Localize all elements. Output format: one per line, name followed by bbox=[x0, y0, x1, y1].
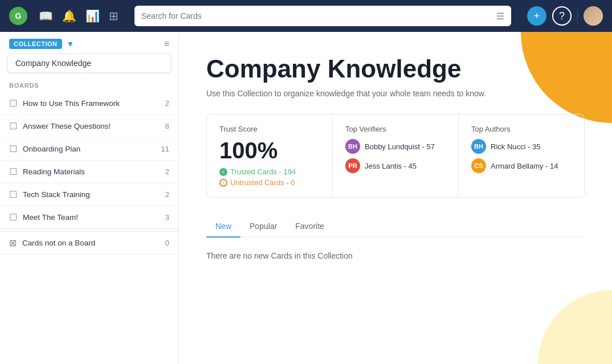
topnav: G 📖 🔔 📊 ⊞ ☰ + ? bbox=[0, 0, 612, 32]
board-name: Meet The Team! bbox=[23, 213, 165, 222]
sidebar-item[interactable]: ☐ Onboarding Plan 11 bbox=[0, 138, 178, 161]
sidebar: COLLECTION ▼ ≡ Company Knowledge BOARDS … bbox=[0, 32, 179, 364]
page-title: Company Knowledge bbox=[206, 55, 585, 83]
untrusted-icon: ! bbox=[219, 179, 227, 187]
board-icon: ⊠ bbox=[9, 238, 17, 248]
board-name: How to Use This Framework bbox=[23, 99, 165, 108]
author-avatar: CS bbox=[471, 158, 486, 173]
author-avatar: BH bbox=[471, 139, 486, 154]
topnav-right: + ? bbox=[527, 6, 603, 26]
verifier-item: PR Jess Lantis - 45 bbox=[345, 158, 446, 173]
verifier-avatar: BH bbox=[345, 139, 360, 154]
board-icon: ☐ bbox=[9, 121, 17, 132]
board-count: 2 bbox=[165, 99, 169, 108]
tab-new[interactable]: New bbox=[206, 216, 240, 238]
search-input[interactable] bbox=[141, 11, 496, 21]
tab-popular[interactable]: Popular bbox=[240, 216, 286, 238]
content-inner: Company Knowledge Use this Collection to… bbox=[179, 32, 612, 288]
board-icon: ☐ bbox=[9, 166, 17, 177]
author-item: CS Armard Bellamy - 14 bbox=[471, 158, 572, 173]
avatar[interactable] bbox=[584, 6, 603, 26]
top-verifiers-label: Top Verifiers bbox=[345, 125, 446, 133]
empty-message: There are no new Cards in this Collectio… bbox=[206, 247, 585, 265]
board-count: 2 bbox=[165, 167, 169, 176]
top-authors-box: Top Authors BH Rick Nucci - 35 CS Armard… bbox=[459, 114, 584, 197]
filter-icon[interactable]: ☰ bbox=[496, 11, 504, 22]
untrusted-cards: ! Untrusted Cards - 0 bbox=[219, 178, 320, 187]
trust-score-label: Trust Score bbox=[219, 125, 320, 133]
board-icon: ☐ bbox=[9, 212, 17, 223]
tabs-row: NewPopularFavorite bbox=[206, 216, 585, 238]
collection-chevron-icon[interactable]: ▼ bbox=[67, 39, 75, 48]
authors-list: BH Rick Nucci - 35 CS Armard Bellamy - 1… bbox=[471, 139, 572, 173]
tab-favorite[interactable]: Favorite bbox=[286, 216, 333, 238]
collection-name-button[interactable]: Company Knowledge bbox=[7, 54, 172, 73]
chart-icon[interactable]: 📊 bbox=[85, 9, 100, 23]
verifiers-list: BH Bobby Lundquist - 57 PR Jess Lantis -… bbox=[345, 139, 446, 173]
sidebar-items-list: ☐ How to Use This Framework 2 ☐ Answer T… bbox=[0, 92, 178, 255]
board-icon: ☐ bbox=[9, 189, 17, 200]
sidebar-item[interactable]: ☐ Reading Materials 2 bbox=[0, 161, 178, 183]
logo[interactable]: G bbox=[9, 7, 27, 25]
trusted-icon: ✓ bbox=[219, 168, 227, 176]
sidebar-item[interactable]: ⊠ Cards not on a Board 0 bbox=[0, 231, 178, 255]
main-layout: COLLECTION ▼ ≡ Company Knowledge BOARDS … bbox=[0, 32, 612, 364]
board-count: 0 bbox=[165, 239, 169, 247]
verifier-item: BH Bobby Lundquist - 57 bbox=[345, 139, 446, 154]
board-count: 11 bbox=[161, 145, 169, 153]
board-name: Answer These Questions! bbox=[23, 122, 165, 130]
sidebar-collapse-button[interactable]: ≡ bbox=[164, 39, 169, 49]
author-item: BH Rick Nucci - 35 bbox=[471, 139, 572, 154]
sidebar-item[interactable]: ☐ Answer These Questions! 8 bbox=[0, 115, 178, 138]
trusted-label: Trusted Cards - 194 bbox=[230, 167, 296, 176]
board-count: 2 bbox=[165, 190, 169, 199]
board-name: Tech Stack Training bbox=[23, 190, 165, 199]
collection-badge: COLLECTION bbox=[9, 39, 62, 49]
deco-bottom-right bbox=[538, 290, 612, 364]
book-icon[interactable]: 📖 bbox=[39, 9, 53, 23]
sidebar-item[interactable]: ☐ Tech Stack Training 2 bbox=[0, 183, 178, 206]
nav-icons: 📖 🔔 📊 ⊞ bbox=[39, 9, 119, 23]
verifier-name: Bobby Lundquist - 57 bbox=[365, 142, 435, 151]
untrusted-label: Untrusted Cards - 0 bbox=[230, 178, 295, 187]
verifier-avatar: PR bbox=[345, 158, 360, 173]
top-verifiers-box: Top Verifiers BH Bobby Lundquist - 57 PR… bbox=[333, 114, 459, 197]
board-icon: ☐ bbox=[9, 144, 17, 154]
nav-divider bbox=[577, 8, 578, 24]
top-authors-label: Top Authors bbox=[471, 125, 572, 133]
board-name: Onboarding Plan bbox=[23, 145, 161, 153]
sidebar-item[interactable]: ☐ Meet The Team! 3 bbox=[0, 206, 178, 229]
author-name: Armard Bellamy - 14 bbox=[491, 162, 558, 170]
author-name: Rick Nucci - 35 bbox=[491, 142, 540, 151]
board-name: Reading Materials bbox=[23, 167, 165, 176]
sidebar-item[interactable]: ☐ How to Use This Framework 2 bbox=[0, 92, 178, 115]
board-count: 3 bbox=[165, 213, 169, 222]
verifier-name: Jess Lantis - 45 bbox=[365, 162, 417, 170]
stack-icon[interactable]: ⊞ bbox=[109, 9, 119, 23]
boards-label: BOARDS bbox=[0, 80, 178, 92]
collection-header: COLLECTION ▼ ≡ bbox=[0, 32, 178, 54]
add-button[interactable]: + bbox=[527, 6, 546, 26]
page-subtitle: Use this Collection to organize knowledg… bbox=[206, 89, 585, 98]
trusted-cards: ✓ Trusted Cards - 194 bbox=[219, 167, 320, 176]
board-name: Cards not on a Board bbox=[22, 239, 165, 247]
search-bar[interactable]: ☰ bbox=[134, 6, 511, 26]
bell-icon[interactable]: 🔔 bbox=[62, 9, 76, 23]
stats-row: Trust Score 100% ✓ Trusted Cards - 194 !… bbox=[206, 114, 585, 198]
board-count: 8 bbox=[165, 122, 169, 130]
trust-score-box: Trust Score 100% ✓ Trusted Cards - 194 !… bbox=[207, 114, 333, 197]
trust-score-value: 100% bbox=[219, 139, 320, 162]
board-icon: ☐ bbox=[9, 98, 17, 109]
help-button[interactable]: ? bbox=[552, 6, 572, 26]
content-area: Company Knowledge Use this Collection to… bbox=[179, 32, 612, 364]
